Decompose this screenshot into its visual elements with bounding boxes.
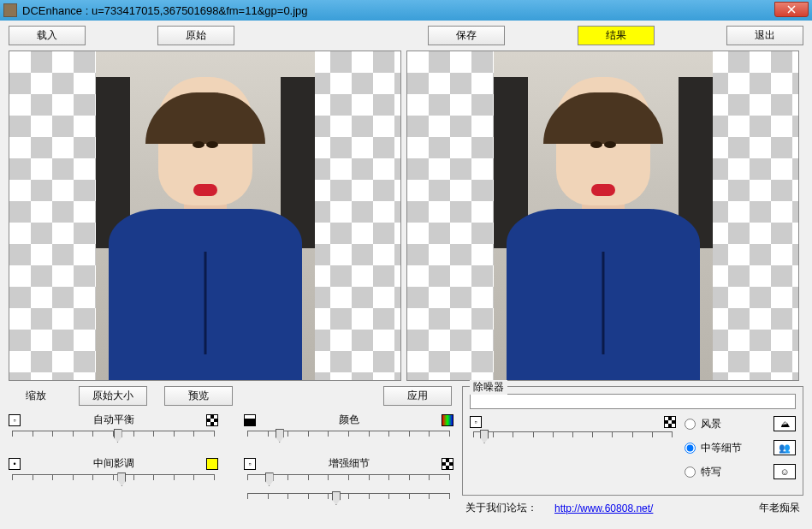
- footer-row: 关于我们论坛： http://www.60808.net/ 年老痴呆: [462, 499, 803, 517]
- midtones-label: 中间影调: [29, 456, 198, 471]
- color-slider[interactable]: [244, 429, 453, 446]
- radio-medium-detail[interactable]: [685, 443, 696, 454]
- titlebar: DCEnhance : u=733417015,367501698&fm=11&…: [0, 0, 812, 21]
- dot-icon[interactable]: [9, 458, 21, 470]
- people-icon: 👥: [773, 440, 796, 455]
- left-slider-col: ▫ 自动平衡 中间影调: [9, 413, 218, 512]
- detail-radio-group: 风景 ⛰ 中等细节 👥 特写: [685, 416, 796, 488]
- original-button[interactable]: 原始: [157, 26, 234, 45]
- auto-balance-slider[interactable]: [9, 429, 218, 446]
- yellow-icon[interactable]: [206, 458, 218, 470]
- checker-icon-2[interactable]: [442, 458, 453, 470]
- radio-medium-label: 中等细节: [701, 441, 742, 455]
- slider-columns: ▫ 自动平衡 中间影调: [9, 413, 453, 512]
- checker-icon-3[interactable]: [664, 416, 676, 428]
- images-row: [9, 51, 803, 381]
- radio-closeup-label: 特写: [701, 465, 721, 479]
- forum-link[interactable]: http://www.60808.net/: [554, 502, 653, 514]
- radio-landscape[interactable]: [685, 419, 696, 430]
- zoom-label: 缩放: [10, 389, 62, 403]
- load-button[interactable]: 载入: [9, 26, 86, 45]
- denoiser-legend: 除噪器: [470, 380, 507, 395]
- right-slider-col: 颜色 ▫ 增强细节: [244, 413, 453, 512]
- gradient-icon[interactable]: [244, 414, 256, 426]
- checker-icon[interactable]: [206, 414, 218, 426]
- auto-balance-block: ▫ 自动平衡: [9, 413, 218, 446]
- close-button[interactable]: [774, 2, 809, 17]
- top-button-row: 载入 原始 保存 结果 退出: [9, 26, 803, 45]
- radio-closeup-row[interactable]: 特写 ☺: [685, 464, 796, 479]
- enhance-detail-label: 增强细节: [264, 456, 433, 471]
- color-label: 颜色: [264, 413, 433, 427]
- square-icon-2[interactable]: ▫: [244, 458, 256, 470]
- rainbow-icon[interactable]: [442, 414, 453, 426]
- enhance-detail-block: ▫ 增强细节: [244, 456, 453, 508]
- denoiser-fieldset: 除噪器 ▫: [462, 386, 803, 496]
- radio-landscape-row[interactable]: 风景 ⛰: [685, 416, 796, 431]
- original-image-panel[interactable]: [9, 51, 401, 381]
- titlebar-text: DCEnhance : u=733417015,367501698&fm=11&…: [22, 4, 774, 17]
- save-button[interactable]: 保存: [428, 26, 505, 45]
- midtones-slider[interactable]: [9, 473, 218, 490]
- radio-closeup[interactable]: [685, 467, 696, 478]
- auto-balance-label: 自动平衡: [29, 413, 198, 427]
- result-image: [494, 51, 713, 380]
- noise-slider[interactable]: [470, 430, 676, 447]
- zoom-row: 缩放 原始大小 预览 应用: [9, 386, 453, 406]
- enhance-detail-slider-2[interactable]: [244, 491, 453, 508]
- original-image: [96, 51, 315, 380]
- radio-landscape-label: 风景: [701, 417, 721, 431]
- exit-button[interactable]: 退出: [726, 26, 803, 45]
- original-size-button[interactable]: 原始大小: [79, 386, 147, 406]
- radio-medium-row[interactable]: 中等细节 👥: [685, 440, 796, 455]
- right-panel: 除噪器 ▫: [462, 386, 803, 517]
- face-icon: ☺: [773, 464, 796, 479]
- landscape-icon: ⛰: [773, 416, 796, 431]
- apply-button[interactable]: 应用: [383, 386, 452, 406]
- noise-slider-area: ▫: [470, 416, 676, 447]
- midtones-block: 中间影调: [9, 456, 218, 490]
- author-label: 年老痴呆: [759, 501, 800, 515]
- denoiser-input[interactable]: [470, 394, 796, 409]
- result-button[interactable]: 结果: [578, 26, 655, 45]
- left-controls: 缩放 原始大小 预览 应用 ▫ 自动平衡: [9, 386, 453, 517]
- content-area: 载入 原始 保存 结果 退出: [0, 21, 812, 522]
- app-icon: [3, 3, 17, 17]
- color-block: 颜色: [244, 413, 453, 446]
- preview-button[interactable]: 预览: [164, 386, 233, 406]
- square-icon-3[interactable]: ▫: [470, 416, 482, 428]
- lower-area: 缩放 原始大小 预览 应用 ▫ 自动平衡: [9, 386, 803, 517]
- close-icon: [787, 5, 796, 14]
- square-icon[interactable]: ▫: [9, 414, 21, 426]
- enhance-detail-slider[interactable]: [244, 473, 453, 490]
- forum-label: 关于我们论坛：: [465, 501, 537, 515]
- result-image-panel[interactable]: [406, 51, 799, 381]
